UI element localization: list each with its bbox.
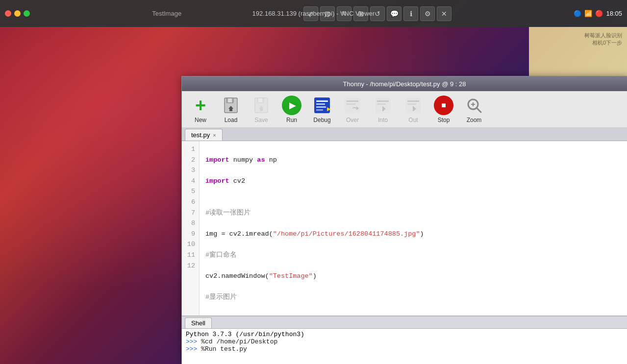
shell-cmd-1: %cd /home/pi/Desktop [201, 338, 277, 345]
svg-rect-7 [258, 98, 262, 102]
battery-icon: 🔴 [595, 10, 603, 17]
new-button[interactable]: New [186, 93, 215, 125]
line-numbers: 1 2 3 4 5 6 7 8 9 10 11 12 [182, 141, 200, 315]
load-button[interactable]: Load [216, 93, 246, 125]
thonny-titlebar: Thonny - /home/pi/Desktop/test.py @ 9 : … [182, 76, 627, 91]
vnc-toolbar-chat[interactable]: 💬 [387, 6, 401, 21]
into-icon [373, 95, 393, 116]
run-icon [281, 95, 302, 116]
clock: 18:05 [606, 10, 622, 17]
svg-line-31 [477, 108, 481, 112]
shell-cmd-2: %Run test.py [201, 345, 247, 353]
svg-rect-17 [347, 100, 358, 102]
into-label: Into [378, 117, 388, 123]
shell-tab[interactable]: Shell [185, 317, 212, 328]
shell-content[interactable]: Python 3.7.3 (/usr/bin/python3) >>> %cd … [182, 329, 627, 364]
save-button[interactable]: Save [247, 93, 276, 125]
shell-prompt-2: >>> [186, 345, 201, 353]
background-decoration [0, 0, 181, 364]
vnc-toolbar-info[interactable]: ℹ [403, 6, 418, 21]
system-tray: 🔵 📶 🔴 18:05 [574, 10, 622, 17]
svg-rect-11 [316, 100, 328, 102]
maximize-traffic-light[interactable] [24, 10, 30, 17]
out-button[interactable]: Out [399, 93, 428, 125]
shell-line-2: >>> %Run test.py [186, 345, 623, 353]
thonny-toolbar: New Load [182, 91, 627, 128]
bluetooth-icon: 🔵 [574, 10, 581, 17]
vnc-toolbar-settings[interactable]: ⚙ [420, 6, 435, 21]
wifi-icon: 📶 [584, 10, 592, 17]
svg-rect-2 [228, 98, 232, 102]
traffic-lights [5, 10, 30, 17]
tab-filename: test.py [191, 131, 210, 139]
zoom-button[interactable]: Zoom [459, 93, 489, 125]
svg-rect-26 [407, 100, 419, 102]
svg-rect-12 [316, 103, 325, 105]
over-label: Over [346, 117, 359, 123]
over-icon [342, 95, 363, 116]
background-text: 树莓派人脸识别相机0下一步 [584, 32, 622, 47]
code-line-8: #显示图片 [205, 292, 621, 303]
svg-rect-22 [377, 103, 386, 105]
load-label: Load [225, 117, 238, 123]
svg-rect-27 [407, 103, 416, 105]
vnc-app-name: TestImage [152, 10, 181, 17]
code-text[interactable]: import numpy as np import cv2 #读取一张图片 im… [200, 141, 627, 315]
svg-rect-13 [316, 106, 326, 108]
stop-icon [433, 95, 454, 116]
shell-python-version: Python 3.7.3 (/usr/bin/python3) [186, 331, 623, 338]
minimize-traffic-light[interactable] [14, 10, 21, 17]
zoom-label: Zoom [467, 117, 482, 123]
vnc-title: 192.168.31.139 (raspberrypi) - VNC Viewe… [252, 10, 375, 17]
svg-rect-9 [260, 109, 263, 111]
debug-label: Debug [313, 117, 330, 123]
shell-line-1: >>> %cd /home/pi/Desktop [186, 338, 623, 345]
run-label: Run [286, 117, 297, 123]
vnc-titlebar: TestImage 192.168.31.139 (raspberrypi) -… [0, 0, 627, 27]
file-tab[interactable]: test.py × [185, 129, 223, 141]
out-icon [403, 95, 424, 116]
shell-prompt-1: >>> [186, 338, 201, 345]
into-button[interactable]: Into [368, 93, 398, 125]
run-button[interactable]: Run [277, 93, 306, 125]
over-button[interactable]: Over [338, 93, 367, 125]
debug-icon [312, 95, 332, 116]
code-line-1: import numpy as np [205, 155, 621, 166]
save-icon [251, 95, 272, 116]
load-icon [221, 95, 241, 116]
zoom-icon [464, 95, 484, 116]
code-line-2: import cv2 [205, 176, 621, 187]
code-line-4: #读取一张图片 [205, 208, 621, 218]
close-traffic-light[interactable] [5, 10, 11, 17]
svg-rect-21 [377, 100, 389, 102]
stop-button[interactable]: Stop [429, 93, 458, 125]
code-line-7: cv2.namedWindow("TestImage") [205, 271, 621, 282]
new-icon [190, 95, 211, 116]
stop-label: Stop [438, 117, 450, 123]
tab-close-button[interactable]: × [213, 132, 216, 138]
svg-rect-4 [229, 109, 232, 111]
thonny-window: Thonny - /home/pi/Desktop/test.py @ 9 : … [181, 76, 627, 364]
shell-area: Shell Python 3.7.3 (/usr/bin/python3) >>… [182, 315, 627, 364]
debug-button[interactable]: Debug [307, 93, 337, 125]
shell-tab-bar: Shell [182, 316, 627, 329]
svg-rect-18 [347, 103, 355, 105]
code-editor[interactable]: 1 2 3 4 5 6 7 8 9 10 11 12 import numpy … [182, 141, 627, 315]
code-line-6: #窗口命名 [205, 250, 621, 261]
code-line-5: img = cv2.imread("/home/pi/Pictures/1628… [205, 229, 621, 240]
thonny-tab-bar: test.py × [182, 128, 627, 141]
svg-rect-16 [345, 97, 360, 113]
save-label: Save [254, 117, 268, 123]
new-label: New [195, 117, 206, 123]
svg-rect-14 [316, 109, 323, 111]
thonny-title: Thonny - /home/pi/Desktop/test.py @ 9 : … [343, 80, 466, 88]
vnc-toolbar-close[interactable]: ✕ [437, 6, 451, 21]
out-label: Out [408, 117, 418, 123]
